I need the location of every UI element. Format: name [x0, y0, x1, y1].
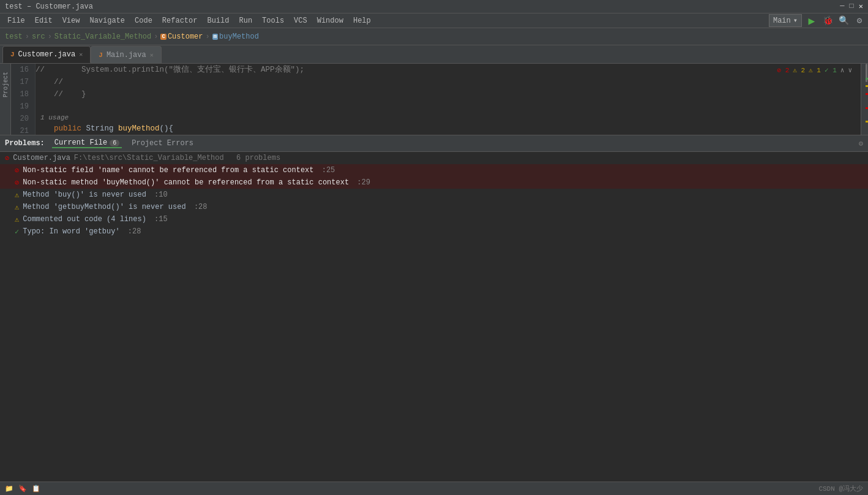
menu-window[interactable]: Window — [312, 13, 348, 28]
code-content[interactable]: ⊘ 2 ⚠ 2 ⚠ 1 ✓ 1 ∧ ∨ // System.out.printl… — [36, 64, 861, 135]
problems-content: ⊘ Customer.java F:\test\src\Static_Varia… — [0, 152, 868, 482]
warning-icon-2: ⚠ — [15, 203, 19, 212]
tab-close-main[interactable]: ✕ — [150, 51, 154, 59]
java-icon-main: J — [99, 51, 103, 59]
left-sidebar-project-icon[interactable]: 📁 — [5, 485, 13, 493]
code-line-17: // — [36, 76, 861, 88]
problem-warning-2[interactable]: ⚠ Method 'getbuyMethod()' is never used … — [0, 201, 868, 213]
breadcrumb-method[interactable]: m buyMethod — [212, 32, 259, 41]
check-icon-1: ✓ — [15, 227, 19, 236]
problem-warning-3[interactable]: ⚠ Commented out code (4 lines) :15 — [0, 213, 868, 225]
menu-build[interactable]: Build — [202, 13, 234, 28]
code-line-16: // System.out.println("微信、支付宝、银行卡、APP余额"… — [36, 64, 861, 76]
problem-file-row: ⊘ Customer.java F:\test\src\Static_Varia… — [0, 152, 868, 164]
tab-customer-java[interactable]: J Customer.java ✕ — [2, 46, 91, 63]
menu-tools[interactable]: Tools — [257, 13, 289, 28]
code-line-19 — [36, 100, 861, 113]
bookmarks-icon[interactable]: 🔖 — [18, 485, 27, 493]
project-sidebar-icon[interactable]: Project — [1, 66, 10, 103]
tab-customer-label: Customer.java — [18, 50, 76, 59]
menu-view[interactable]: View — [58, 13, 85, 28]
menu-help[interactable]: Help — [348, 13, 376, 28]
file-tabs: J Customer.java ✕ J Main.java ✕ — [0, 45, 868, 64]
warning-icon-3: ⚠ — [15, 215, 19, 224]
close-btn[interactable]: ✕ — [859, 2, 863, 11]
line-numbers: 16 17 18 19 20 21 22 23 24 25 26 27 28 2… — [11, 64, 36, 135]
problem-typo-1[interactable]: ✓ Typo: In word 'getbuy' :28 — [0, 225, 868, 238]
title-text: test – Customer.java — [5, 2, 93, 11]
run-config-dropdown[interactable]: Main ▾ — [769, 14, 802, 27]
problem-warning-1[interactable]: ⚠ Method 'buy()' is never used :10 — [0, 189, 868, 201]
problem-error-2[interactable]: ⊘ Non-static method 'buyMethod()' cannot… — [0, 176, 868, 189]
menu-file[interactable]: File — [2, 13, 30, 28]
problems-label: Problems: — [5, 139, 45, 148]
attribution-text: CSDN @冯大少 — [818, 485, 863, 493]
usage-hint: 1 usage — [36, 113, 861, 123]
code-area[interactable]: 16 17 18 19 20 21 22 23 24 25 26 27 28 2… — [11, 64, 868, 135]
code-line-20: public String buyMethod (){ — [36, 123, 861, 135]
menu-vcs[interactable]: VCS — [289, 13, 312, 28]
run-config-label: Main — [773, 17, 791, 25]
breadcrumb-src[interactable]: src — [32, 32, 45, 41]
dropdown-arrow-icon: ▾ — [793, 16, 798, 25]
problem-error-1[interactable]: ⊘ Non-static field 'name' cannot be refe… — [0, 164, 868, 176]
search-button[interactable]: 🔍 — [837, 15, 850, 27]
error-icon-1: ⊘ — [15, 166, 19, 175]
title-bar: test – Customer.java ─ □ ✕ — [0, 0, 868, 13]
problems-panel-header: Problems: Current File 6 Project Errors … — [0, 135, 868, 152]
code-line-18: // } — [36, 88, 861, 100]
editor-container: Project 16 17 18 19 20 21 22 23 24 25 26… — [0, 64, 868, 135]
problems-settings-icon[interactable]: ⚙ — [859, 139, 863, 148]
run-button[interactable]: ▶ — [806, 15, 818, 27]
java-icon: J — [10, 51, 15, 58]
breadcrumb-test[interactable]: test — [5, 32, 23, 41]
menu-run[interactable]: Run — [234, 13, 257, 28]
error-badges: ⊘ 2 ⚠ 2 ⚠ 1 ✓ 1 ∧ ∨ — [777, 64, 852, 76]
menu-edit[interactable]: Edit — [30, 13, 58, 28]
left-sidebar: Project — [0, 64, 11, 135]
scroll-down-icon[interactable]: ∨ — [848, 66, 852, 74]
breadcrumb: test › src › Static_Variable_Method › C … — [0, 28, 868, 45]
minimize-btn[interactable]: ─ — [840, 2, 844, 11]
menu-refactor[interactable]: Refactor — [157, 13, 203, 28]
breadcrumb-class[interactable]: C Customer — [160, 32, 203, 41]
scroll-up-icon[interactable]: ∧ — [840, 66, 845, 74]
structure-icon[interactable]: 📋 — [32, 485, 40, 493]
menu-code[interactable]: Code — [130, 13, 157, 28]
tab-project-errors[interactable]: Project Errors — [129, 139, 196, 148]
debug-button[interactable]: 🐞 — [821, 15, 834, 27]
status-bar: 📁 🔖 📋 CSDN @冯大少 — [0, 482, 868, 495]
error-icon-2: ⊘ — [15, 178, 19, 187]
warning-icon-1: ⚠ — [15, 191, 19, 200]
error-file-icon: ⊘ — [5, 154, 9, 163]
tab-main-java[interactable]: J Main.java ✕ — [91, 46, 161, 63]
menu-navigate[interactable]: Navigate — [84, 13, 130, 28]
settings-button[interactable]: ⚙ — [853, 15, 866, 27]
menu-bar: File Edit View Navigate Code Refactor Bu… — [0, 13, 868, 28]
breadcrumb-package[interactable]: Static_Variable_Method — [54, 32, 151, 41]
right-scrollbar[interactable] — [861, 64, 868, 135]
tab-current-file[interactable]: Current File 6 — [52, 138, 122, 148]
tab-close-customer[interactable]: ✕ — [79, 51, 83, 58]
maximize-btn[interactable]: □ — [850, 2, 854, 11]
tab-main-label: Main.java — [107, 51, 146, 59]
